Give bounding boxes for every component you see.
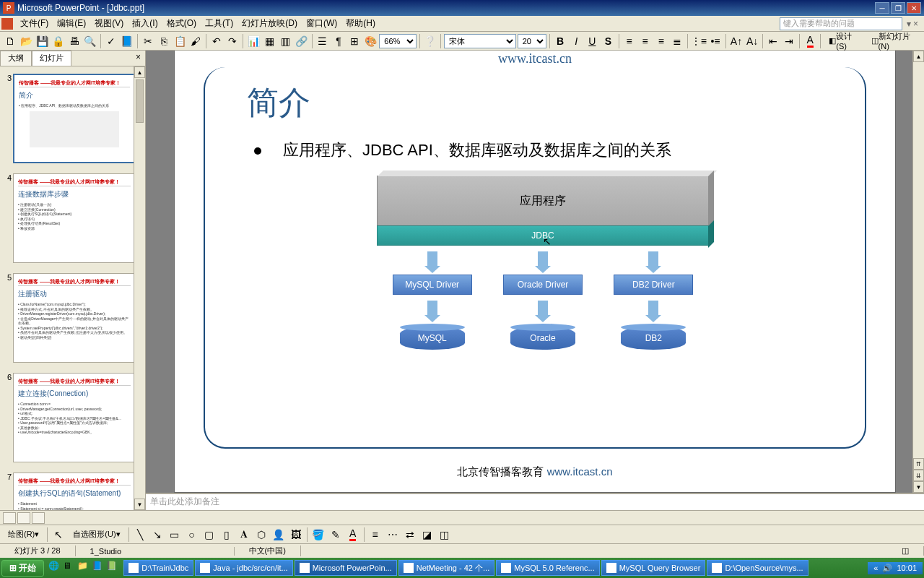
draw-menu[interactable]: 绘图(R) ▾ bbox=[3, 527, 44, 543]
slide-prev-button[interactable]: ⇈ bbox=[913, 458, 924, 470]
open-button[interactable]: 📂 bbox=[19, 33, 33, 49]
thumbnail-slide[interactable]: 传智播客 ——我最专业的人才网IT培养专家！创建执行SQL的语句(Stateme… bbox=[13, 473, 136, 510]
preview-button[interactable]: 🔍 bbox=[83, 33, 97, 49]
menu-item[interactable]: 窗口(W) bbox=[302, 16, 341, 31]
slide-bullet[interactable]: 应用程序、JDBC API、数据库驱动及数据库之间的关系 bbox=[254, 139, 837, 161]
rectangle-button[interactable]: ▭ bbox=[167, 527, 183, 543]
taskbar-task[interactable]: MySQL Query Browser bbox=[601, 560, 706, 576]
menu-item[interactable]: 帮助(H) bbox=[341, 16, 380, 31]
taskbar-task[interactable]: Java - jdbc/src/cn/it... bbox=[195, 560, 292, 576]
design-button[interactable]: ◧ 设计(S) bbox=[824, 33, 864, 49]
ql-app3-icon[interactable]: 📗 bbox=[106, 561, 119, 575]
thumb-scrollbar[interactable]: ▲ ▼ bbox=[134, 66, 145, 510]
copy-button[interactable]: ⎘ bbox=[157, 33, 171, 49]
ql-ie-icon[interactable]: 🌐 bbox=[48, 561, 61, 575]
paste-button[interactable]: 📋 bbox=[173, 33, 187, 49]
show-format-button[interactable]: ¶ bbox=[331, 33, 346, 49]
increase-font-button[interactable]: A↑ bbox=[729, 33, 744, 49]
save-button[interactable]: 💾 bbox=[35, 33, 49, 49]
slideshow-view-button[interactable] bbox=[32, 512, 45, 524]
bullets-button[interactable]: •≡ bbox=[708, 33, 723, 49]
font-select[interactable]: 宋体 bbox=[444, 34, 516, 48]
slide-title[interactable]: 简介 bbox=[247, 82, 310, 124]
thumbnail-slide[interactable]: 传智播客 ——我最专业的人才网IT培养专家！注册驱动• Class.forNam… bbox=[13, 273, 136, 363]
spelling-button[interactable]: ✓ bbox=[104, 33, 118, 49]
font-color-button[interactable]: A bbox=[803, 33, 817, 49]
cut-button[interactable]: ✂ bbox=[141, 33, 155, 49]
slide[interactable]: www.itcast.cn 简介 应用程序、JDBC API、数据库驱动及数据库… bbox=[174, 51, 896, 493]
slide-scrollbar[interactable]: ▲ ⇈ ⇊ ▼ bbox=[912, 51, 924, 493]
taskbar-task[interactable]: D:\Train\Jdbc bbox=[123, 560, 193, 576]
thumbnail-slide[interactable]: 传智播客 ——我最专业的人才网IT培养专家！建立连接(Connection)• … bbox=[13, 373, 136, 462]
increase-indent-button[interactable]: ⇥ bbox=[782, 33, 796, 49]
tab-outline[interactable]: 大纲 bbox=[0, 51, 32, 66]
slide-container[interactable]: www.itcast.cn 简介 应用程序、JDBC API、数据库驱动及数据库… bbox=[146, 51, 924, 493]
format-painter-button[interactable]: 🖌 bbox=[188, 33, 203, 49]
permission-button[interactable]: 🔒 bbox=[51, 33, 65, 49]
print-button[interactable]: 🖶 bbox=[67, 33, 82, 49]
slide-scroll-up[interactable]: ▲ bbox=[913, 51, 924, 62]
undo-button[interactable]: ↶ bbox=[209, 33, 224, 49]
wordart-button[interactable]: 𝐀 bbox=[236, 527, 252, 543]
research-button[interactable]: 📘 bbox=[120, 33, 134, 49]
notes-pane[interactable]: 单击此处添加备注 bbox=[146, 493, 924, 510]
italic-button[interactable]: I bbox=[569, 33, 583, 49]
shadow-style-button[interactable]: ◪ bbox=[419, 527, 435, 543]
vertical-textbox-button[interactable]: ▯ bbox=[219, 527, 235, 543]
menu-item[interactable]: 插入(I) bbox=[128, 16, 162, 31]
thumbnail-item[interactable]: 6传智播客 ——我最专业的人才网IT培养专家！建立连接(Connection)•… bbox=[3, 373, 142, 462]
help-dropdown[interactable]: ▾ × bbox=[902, 19, 923, 29]
start-button[interactable]: ⊞ 开始 bbox=[1, 560, 44, 577]
help-button[interactable]: ❔ bbox=[422, 33, 437, 49]
scroll-up-button[interactable]: ▲ bbox=[134, 66, 145, 78]
thumbnail-item[interactable]: 4传智播客 ——我最专业的人才网IT培养专家！连接数据库步骤• 注册驱动(只做一… bbox=[3, 173, 142, 263]
grid-button[interactable]: ⊞ bbox=[347, 33, 362, 49]
tray-expand-icon[interactable]: « bbox=[873, 564, 878, 572]
slide-scroll-down[interactable]: ▼ bbox=[913, 481, 924, 493]
arrow-button[interactable]: ↘ bbox=[149, 527, 165, 543]
taskbar-task[interactable]: Microsoft PowerPoin... bbox=[295, 560, 397, 576]
decrease-indent-button[interactable]: ⇤ bbox=[766, 33, 780, 49]
thumbnail-slide[interactable]: 传智播客 ——我最专业的人才网IT培养专家！简介• 应用程序、JDBC API、… bbox=[13, 74, 136, 163]
menu-item[interactable]: 编辑(E) bbox=[53, 16, 90, 31]
align-right-button[interactable]: ≡ bbox=[654, 33, 668, 49]
autoshapes-menu[interactable]: 自选图形(U) ▾ bbox=[68, 527, 125, 543]
dash-style-button[interactable]: ⋯ bbox=[385, 527, 401, 543]
oval-button[interactable]: ○ bbox=[184, 527, 200, 543]
line-color-button[interactable]: ✎ bbox=[328, 527, 344, 543]
ql-desktop-icon[interactable]: 🖥 bbox=[63, 561, 76, 575]
font-size-select[interactable]: 20 bbox=[518, 34, 546, 48]
tray-volume-icon[interactable]: 🔊 bbox=[882, 564, 892, 573]
line-style-button[interactable]: ≡ bbox=[367, 527, 383, 543]
thumbnail-item[interactable]: 3传智播客 ——我最专业的人才网IT培养专家！简介• 应用程序、JDBC API… bbox=[3, 74, 142, 163]
slide-next-button[interactable]: ⇊ bbox=[913, 470, 924, 481]
ql-app1-icon[interactable]: 📁 bbox=[77, 561, 90, 575]
clipart-button[interactable]: 👤 bbox=[271, 527, 287, 543]
shadow-button[interactable]: S bbox=[601, 33, 615, 49]
font-color-button-2[interactable]: A bbox=[345, 527, 361, 543]
thumbnail-item[interactable]: 5传智播客 ——我最专业的人才网IT培养专家！注册驱动• Class.forNa… bbox=[3, 273, 142, 363]
chart-button[interactable]: 📊 bbox=[246, 33, 261, 49]
distribute-button[interactable]: ≣ bbox=[670, 33, 684, 49]
bold-button[interactable]: B bbox=[553, 33, 567, 49]
table-button[interactable]: ▦ bbox=[263, 33, 277, 49]
restore-button[interactable]: ❐ bbox=[891, 2, 905, 14]
scroll-down-button[interactable]: ▼ bbox=[134, 499, 145, 510]
thumbnail-slide[interactable]: 传智播客 ——我最专业的人才网IT培养专家！连接数据库步骤• 注册驱动(只做一次… bbox=[13, 173, 136, 263]
align-left-button[interactable]: ≡ bbox=[622, 33, 636, 49]
arrow-style-button[interactable]: ⇄ bbox=[402, 527, 418, 543]
hyperlink-button[interactable]: 🔗 bbox=[295, 33, 309, 49]
tab-slides[interactable]: 幻灯片 bbox=[32, 51, 71, 66]
minimize-button[interactable]: ─ bbox=[875, 2, 889, 14]
menu-item[interactable]: 视图(V) bbox=[90, 16, 128, 31]
scroll-thumb[interactable] bbox=[136, 79, 144, 123]
textbox-button[interactable]: ▢ bbox=[201, 527, 217, 543]
3d-style-button[interactable]: ◫ bbox=[437, 527, 453, 543]
expand-button[interactable]: ☰ bbox=[315, 33, 330, 49]
thumbnail-item[interactable]: 7传智播客 ——我最专业的人才网IT培养专家！创建执行SQL的语句(Statem… bbox=[3, 473, 142, 510]
taskbar-task[interactable]: D:\OpenSource\mys... bbox=[707, 560, 808, 576]
menu-item[interactable]: 文件(F) bbox=[16, 16, 53, 31]
decrease-font-button[interactable]: A↓ bbox=[745, 33, 759, 49]
normal-view-button[interactable] bbox=[3, 512, 16, 524]
new-button[interactable]: 🗋 bbox=[3, 33, 17, 49]
